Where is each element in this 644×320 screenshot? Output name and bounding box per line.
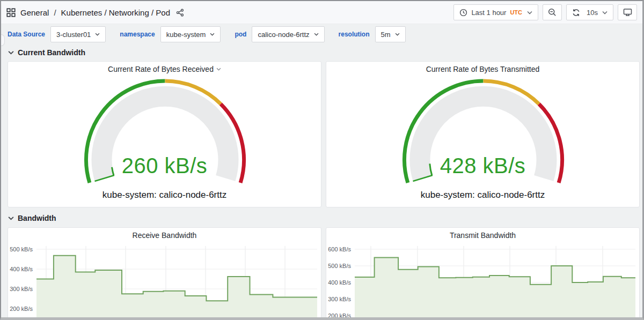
variable-label: namespace	[120, 31, 155, 38]
panel-rate-bytes-transmitted: Current Rate of Bytes Transmitted 428 kB…	[326, 61, 640, 207]
gauge-value: 428 kB/s	[326, 154, 639, 178]
panel-title-text: Transmit Bandwidth	[450, 231, 516, 240]
monitor-icon	[623, 8, 632, 17]
variable-namespace: namespace kube-system	[120, 26, 221, 42]
svg-text:500 kB/s: 500 kB/s	[328, 263, 351, 269]
panel-title-text: Current Rate of Bytes Transmitted	[426, 65, 540, 73]
refresh-interval-picker[interactable]: 10s	[587, 9, 608, 17]
variable-label: resolution	[339, 31, 370, 38]
clock-icon	[459, 9, 467, 17]
refresh-button-group[interactable]: 10s	[566, 4, 613, 20]
chevron-down-icon	[95, 33, 100, 36]
panel-receive-bandwidth: Receive Bandwidth 500 kB/s400 kB/s300 kB…	[8, 227, 321, 320]
section-title: Current Bandwidth	[18, 48, 85, 57]
panel-title[interactable]: Transmit Bandwidth	[326, 228, 639, 242]
chevron-down-icon	[395, 33, 400, 36]
namespace-value: kube-system	[166, 31, 206, 39]
template-variables-bar: Data Source 3-cluster01 namespace kube-s…	[8, 26, 406, 42]
zoom-out-button[interactable]	[543, 4, 562, 20]
panel-title[interactable]: Receive Bandwidth	[8, 228, 321, 242]
svg-text:400 kB/s: 400 kB/s	[10, 266, 33, 272]
breadcrumb-folder[interactable]: General	[20, 8, 49, 17]
panel-title[interactable]: Current Rate of Bytes Transmitted	[326, 62, 639, 76]
time-picker-button[interactable]: Last 1 hour UTC	[453, 4, 538, 20]
gauge-value: 260 kB/s	[8, 154, 321, 178]
panel-title-text: Current Rate of Bytes Received	[108, 65, 214, 73]
breadcrumb-separator: /	[54, 8, 56, 17]
breadcrumb: General / Kubernetes / Networking / Pod	[6, 8, 184, 17]
datasource-select[interactable]: 3-cluster01	[50, 26, 106, 42]
resolution-value: 5m	[381, 31, 391, 39]
namespace-select[interactable]: kube-system	[160, 26, 221, 42]
zoom-out-icon	[548, 8, 557, 17]
pod-select[interactable]: calico-node-6rttz	[252, 26, 324, 42]
svg-text:400 kB/s: 400 kB/s	[328, 279, 351, 286]
chevron-down-icon	[602, 11, 608, 14]
svg-text:300 kB/s: 300 kB/s	[10, 286, 33, 292]
panel-menu-caret-icon[interactable]	[216, 68, 221, 71]
variable-pod: pod calico-node-6rttz	[235, 26, 324, 42]
datasource-value: 3-cluster01	[56, 31, 91, 39]
gauge-series-label: kube-system: calico-node-6rttz	[8, 190, 321, 200]
dashboards-grid-icon[interactable]	[6, 8, 16, 17]
transmit-bandwidth-chart: 600 kB/s500 kB/s400 kB/s300 kB/s200 kB/s	[327, 242, 640, 320]
svg-text:200 kB/s: 200 kB/s	[10, 306, 33, 312]
receive-bandwidth-chart: 500 kB/s400 kB/s300 kB/s200 kB/s	[9, 242, 321, 320]
share-icon[interactable]	[176, 9, 184, 17]
svg-text:300 kB/s: 300 kB/s	[328, 296, 351, 302]
kiosk-mode-button[interactable]	[618, 4, 637, 20]
refresh-interval-label: 10s	[587, 9, 598, 17]
timezone-label: UTC	[510, 9, 522, 16]
svg-text:500 kB/s: 500 kB/s	[10, 246, 33, 252]
chevron-down-icon	[210, 33, 215, 36]
panel-title[interactable]: Current Rate of Bytes Received	[8, 62, 321, 76]
chevron-down-icon	[8, 50, 14, 55]
time-range-label: Last 1 hour	[471, 9, 506, 17]
breadcrumb-dashboard-title[interactable]: Kubernetes / Networking / Pod	[61, 8, 170, 17]
refresh-icon	[572, 9, 580, 17]
variable-resolution: resolution 5m	[339, 26, 406, 42]
sidebar-toggle-handle[interactable]	[1, 34, 5, 46]
header-controls: Last 1 hour UTC 1	[453, 4, 637, 20]
panel-transmit-bandwidth: Transmit Bandwidth 600 kB/s500 kB/s400 k…	[326, 227, 640, 320]
panel-rate-bytes-received: Current Rate of Bytes Received 260 kB/s …	[8, 61, 321, 207]
variable-label: Data Source	[8, 31, 45, 38]
row-current-bandwidth[interactable]: Current Bandwidth	[8, 48, 85, 57]
variable-label: pod	[235, 31, 246, 38]
svg-text:600 kB/s: 600 kB/s	[328, 246, 351, 252]
chevron-down-icon	[314, 33, 319, 36]
chevron-down-icon	[527, 11, 532, 14]
variable-datasource: Data Source 3-cluster01	[8, 26, 106, 42]
dashboard-header: General / Kubernetes / Networking / Pod …	[1, 1, 642, 24]
panel-title-text: Receive Bandwidth	[133, 231, 197, 240]
pod-value: calico-node-6rttz	[258, 31, 309, 39]
section-title: Bandwidth	[18, 214, 56, 222]
gauge-series-label: kube-system: calico-node-6rttz	[326, 190, 639, 200]
resolution-select[interactable]: 5m	[375, 26, 406, 42]
row-bandwidth[interactable]: Bandwidth	[8, 214, 56, 222]
svg-text:200 kB/s: 200 kB/s	[328, 312, 351, 319]
chevron-down-icon	[8, 216, 14, 220]
